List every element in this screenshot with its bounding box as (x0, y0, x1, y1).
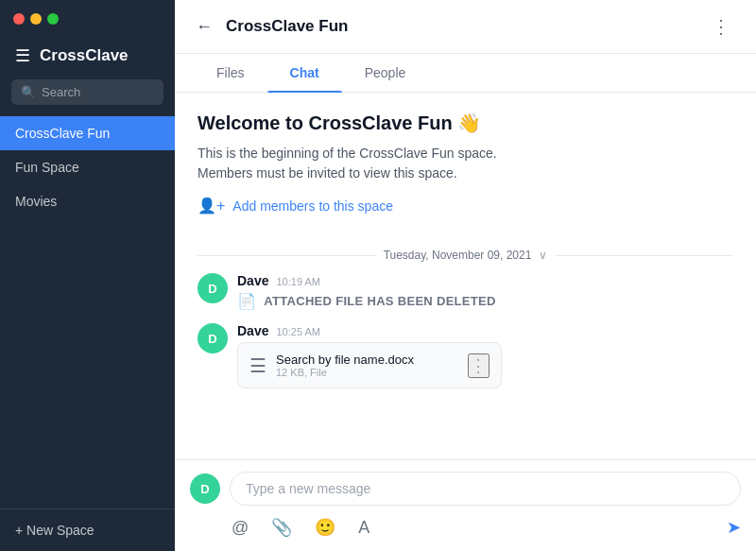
attachment-icon: 📎 (271, 518, 292, 537)
sidebar-footer: + New Space (0, 508, 175, 551)
deleted-file-icon: 📄 (237, 292, 256, 310)
message-input[interactable] (230, 472, 741, 506)
sidebar-item-movies[interactable]: Movies (0, 184, 175, 218)
new-space-button[interactable]: + New Space (15, 523, 94, 538)
add-members-button[interactable]: 👤+ Add members to this space (198, 197, 393, 215)
message-content: Dave 10:25 AM ☰ Search by file name.docx… (237, 323, 733, 388)
current-user-avatar: D (190, 474, 220, 504)
send-button[interactable]: ➤ (727, 517, 741, 538)
menu-icon[interactable]: ☰ (15, 45, 30, 66)
input-area: D @ 📎 🙂 A ➤ (175, 459, 756, 551)
message-meta: Dave 10:19 AM (237, 273, 733, 288)
avatar: D (198, 323, 228, 353)
search-container: 🔍 (11, 79, 163, 105)
send-icon: ➤ (727, 518, 741, 537)
sidebar-item-crossclave-fun[interactable]: CrossClave Fun (0, 116, 175, 150)
file-more-button[interactable]: ⋮ (468, 353, 490, 378)
message-row: D Dave 10:19 AM 📄 ATTACHED FILE HAS BEEN… (198, 273, 733, 310)
tab-people[interactable]: People (342, 54, 429, 92)
main-content: ← CrossClave Fun ⋮ Files Chat People Wel… (175, 0, 756, 551)
input-toolbar: @ 📎 🙂 A ➤ (190, 515, 741, 540)
search-input[interactable] (42, 85, 154, 99)
tab-chat[interactable]: Chat (267, 54, 342, 92)
minimize-button[interactable] (30, 13, 42, 25)
message-time: 10:25 AM (276, 326, 319, 337)
sidebar-nav: CrossClave Fun Fun Space Movies (0, 116, 175, 508)
maximize-button[interactable] (47, 13, 59, 25)
mention-button[interactable]: @ (230, 516, 250, 540)
sidebar-item-fun-space[interactable]: Fun Space (0, 150, 175, 184)
page-title: CrossClave Fun (226, 17, 695, 36)
welcome-section: Welcome to CrossClave Fun 👋 This is the … (198, 112, 733, 233)
file-name: Search by file name.docx (276, 353, 458, 367)
tab-files[interactable]: Files (194, 54, 267, 92)
chat-area: Welcome to CrossClave Fun 👋 This is the … (175, 93, 756, 459)
file-type-icon: ☰ (249, 354, 266, 377)
add-members-icon: 👤+ (198, 197, 225, 215)
search-icon: 🔍 (21, 85, 36, 99)
deleted-text: ATTACHED FILE HAS BEEN DELETED (264, 294, 495, 308)
sidebar: ☰ CrossClave 🔍 CrossClave Fun Fun Space … (0, 0, 175, 551)
file-info: Search by file name.docx 12 KB, File (276, 353, 458, 378)
close-button[interactable] (13, 13, 25, 25)
sidebar-header: ☰ CrossClave (0, 32, 175, 79)
more-options-button[interactable]: ⋮ (706, 13, 737, 40)
add-members-label: Add members to this space (232, 198, 393, 214)
date-text: Tuesday, November 09, 2021 (384, 249, 532, 262)
main-header: ← CrossClave Fun ⋮ (175, 0, 756, 54)
chevron-down-icon[interactable]: ∨ (539, 249, 547, 262)
back-button[interactable]: ← (194, 15, 215, 39)
tabs-bar: Files Chat People (175, 54, 756, 93)
sidebar-title: CrossClave (40, 46, 129, 65)
message-meta: Dave 10:25 AM (237, 323, 733, 338)
avatar: D (198, 273, 228, 303)
file-meta: 12 KB, File (276, 367, 458, 378)
format-text-button[interactable]: A (356, 516, 371, 540)
divider-line-left (198, 255, 376, 256)
welcome-description: This is the beginning of the CrossClave … (198, 144, 733, 183)
traffic-lights (0, 0, 175, 32)
emoji-icon: 🙂 (315, 518, 335, 537)
message-row: D Dave 10:25 AM ☰ Search by file name.do… (198, 323, 733, 388)
message-content: Dave 10:19 AM 📄 ATTACHED FILE HAS BEEN D… (237, 273, 733, 310)
welcome-title: Welcome to CrossClave Fun 👋 (198, 112, 733, 134)
file-card: ☰ Search by file name.docx 12 KB, File ⋮ (237, 342, 502, 388)
new-space-label: + New Space (15, 523, 94, 538)
message-time: 10:19 AM (276, 276, 319, 287)
message-author: Dave (237, 323, 268, 338)
divider-line-right (555, 255, 733, 256)
date-divider: Tuesday, November 09, 2021 ∨ (198, 249, 733, 262)
message-author: Dave (237, 273, 268, 288)
deleted-message: 📄 ATTACHED FILE HAS BEEN DELETED (237, 292, 733, 310)
emoji-button[interactable]: 🙂 (313, 515, 337, 540)
attachment-button[interactable]: 📎 (269, 515, 294, 540)
input-row: D (190, 472, 741, 506)
